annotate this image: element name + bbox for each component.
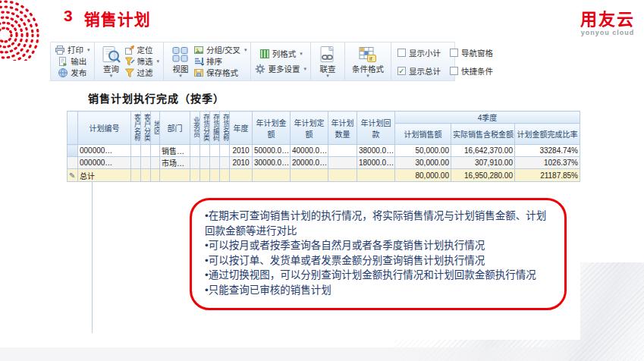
page-title-text: 销售计划 [84,7,151,30]
cell-empty [160,169,190,182]
cell-q-actual-sales[interactable]: 307,910.00 [451,157,515,169]
col-header-department[interactable]: 部门 [160,111,190,145]
table-row: 000000… 市场… 2010 30000.0… 20000.0… 18000… [68,157,580,169]
cell-year-plan-amount[interactable]: 30000.0… [253,157,291,169]
cell-year-plan-amount[interactable]: 50000.0… [253,145,291,157]
cell-customer-name[interactable] [131,145,141,157]
cell-year-plan-quota[interactable]: 20000.0… [291,157,328,169]
row-selector[interactable] [68,157,78,169]
conditional-format-button[interactable]: if 条件格式 [349,46,387,77]
col-header-inv-class[interactable]: 存货分类 [200,111,210,145]
col-header-q-actual-sales[interactable]: 实际销售含税金额 [451,124,515,145]
cell-q-actual-sales[interactable]: 16,642,370.00 [451,145,515,157]
export-document-icon [58,56,68,67]
col-header-salesman[interactable]: 业务员 [190,111,200,145]
funnel-icon [124,67,135,78]
show-total-checkbox[interactable]: ✓ 显示总计 [397,65,441,77]
more-settings-button[interactable]: 更多设置 [255,64,306,74]
col-header-customer-name[interactable]: 客户名称 [131,111,141,145]
col-header-year[interactable]: 年度 [230,111,253,145]
cell-total-q-plan-sales: 80,000.00 [395,169,451,182]
linked-query-button[interactable]: 联查 [315,46,341,77]
toolbar-group-view: 视图 分组/交叉 排序 保存格式 [164,42,251,80]
cell-empty [200,169,210,182]
cell-department[interactable]: 销售… [160,145,190,157]
cell-q-plan-sales[interactable]: 50,000.00 [395,145,451,157]
cell-region[interactable] [151,157,160,169]
col-header-customer-class[interactable]: 客户分类 [141,111,151,145]
col-header-year-plan-amount[interactable]: 年计划金额 [253,111,291,145]
col-header-q-plan-sales[interactable]: 计划销售额 [395,124,451,145]
show-subtotal-checkbox[interactable]: 显示小计 [397,47,441,58]
col-header-year-plan-quota[interactable]: 年计划定额 [291,111,328,145]
row-selector-total[interactable]: ✎ [68,169,78,182]
group-cross-button[interactable]: 分组/交叉 [193,45,247,55]
cell-total-q-completion: 21187.85% [515,169,580,182]
cell-inv-code[interactable] [210,145,220,157]
cell-q-completion[interactable]: 1026.37% [515,157,580,169]
locate-icon [124,45,135,55]
slide: 3 销售计划 用友云 yonyou cloud 打印 输出 发布 [0,0,644,361]
total-row: ✎ 总计 80,000.00 16,950,280.0 [68,169,580,182]
publish-button[interactable]: 发布 [58,67,86,78]
search-document-icon [102,46,121,64]
printer-icon [55,45,65,55]
cell-salesman[interactable] [190,157,200,169]
group-cross-icon [193,45,204,55]
yonyou-logo-subtext: yonyou cloud [580,29,635,36]
col-group-header-quarter4[interactable]: 4季度 [395,111,580,124]
cell-customer-class[interactable] [141,145,151,157]
cell-customer-class[interactable] [141,157,151,169]
cell-inv-class[interactable] [200,145,210,157]
table-row: 000000… 销售… 2010 50000.0… 40000.0… 38000… [68,145,580,157]
query-button[interactable]: 查询 [99,46,124,77]
sort-button[interactable]: 排序 [193,56,247,67]
cell-salesman[interactable] [190,145,200,157]
cell-plan-no[interactable]: 000000… [78,145,131,157]
col-header-inv-name[interactable]: 存货名称 [220,111,230,145]
col-header-year-plan-receipt[interactable]: 年计划回款 [357,111,395,145]
row-selector-header[interactable] [68,111,78,145]
publish-globe-icon [58,67,68,78]
cell-inv-name[interactable] [220,145,230,157]
col-header-region[interactable]: 地区 [151,111,160,145]
cell-year-plan-qty[interactable] [328,157,357,169]
sift-button[interactable]: 筛选 [124,56,160,67]
cell-plan-no[interactable]: 000000… [78,157,131,169]
yonyou-logo: 用友云 yonyou cloud [580,11,635,36]
nav-pane-checkbox[interactable]: 导航窗格 [450,47,493,58]
cell-inv-name[interactable] [220,157,230,169]
page-title-number: 3 [64,7,74,30]
cell-region[interactable] [151,145,160,157]
col-header-q-completion[interactable]: 计划金额完成比率 [515,124,580,145]
save-format-button[interactable]: 保存格式 [193,67,247,78]
output-button[interactable]: 输出 [58,56,86,67]
note-bullet: •在期末可查询销售计划的执行情况，将实际销售情况与计划销售金额、计划回款金额等进… [205,209,551,238]
cell-q-plan-sales[interactable]: 30,000.00 [395,157,451,169]
quick-condition-checkbox[interactable]: 快捷条件 [450,65,493,77]
cell-department[interactable]: 市场… [160,157,190,169]
row-selector[interactable] [68,145,78,157]
print-button[interactable]: 打印 [55,45,90,55]
cell-inv-code[interactable] [210,157,220,169]
filter-button[interactable]: 过滤 [124,67,160,78]
cell-year-plan-receipt[interactable]: 38000.0… [357,145,395,157]
cell-q-completion[interactable]: 33284.74% [515,145,580,157]
cell-year[interactable]: 2010 [230,145,253,157]
cell-year-plan-quota[interactable]: 40000.0… [291,145,328,157]
column-format-button[interactable]: 列格式 [259,49,303,59]
locate-button[interactable]: 定位 [124,45,160,55]
col-header-plan-no[interactable]: 计划编号 [78,111,131,145]
note-bullet: •可以按订单、发货单或者发票金额分别查询销售计划执行情况 [205,253,551,268]
col-header-year-plan-qty[interactable]: 年计划数量 [328,111,357,145]
cell-empty [253,169,291,182]
cell-year-plan-qty[interactable] [328,145,357,157]
view-button[interactable]: 视图 [168,46,193,77]
cell-inv-class[interactable] [200,157,210,169]
cell-year-plan-receipt[interactable]: 18000.0… [357,157,395,169]
edit-pencil-icon: ✎ [69,171,75,180]
cell-total-label: 总计 [78,169,131,182]
col-header-inv-code[interactable]: 存货编码 [210,111,220,145]
cell-year[interactable]: 2010 [230,157,253,169]
cell-customer-name[interactable] [131,157,141,169]
